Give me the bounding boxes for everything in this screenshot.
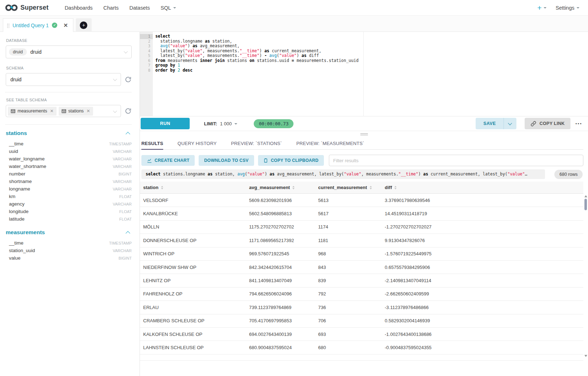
schema-column-row[interactable]: agencyVARCHAR (6, 200, 132, 208)
copy-to-clipboard-button[interactable]: COPY TO CLIPBOARD (258, 155, 324, 166)
schema-column-row[interactable]: longnameVARCHAR (6, 185, 132, 193)
superset-logo[interactable]: Superset (5, 4, 49, 12)
schema-column-row[interactable]: __timeTIMESTAMP (6, 140, 132, 148)
table-chip-measurements[interactable]: measurements ✕ (8, 107, 57, 116)
drag-handle-icon[interactable] (7, 23, 9, 28)
table-cell: 969.576071922545 (246, 251, 315, 256)
table-cell: 794.6626506024096 (246, 291, 315, 297)
schema-column-row[interactable]: water_longnameVARCHAR (6, 155, 132, 163)
limit-value: 1 000 (220, 121, 232, 126)
table-cell: 739.1123789764869 (246, 305, 315, 310)
more-actions-button[interactable]: ••• (574, 121, 583, 126)
results-tabs: RESULTS QUERY HISTORY PREVIEW: `STATIONS… (140, 138, 583, 150)
column-name: water_longname (9, 156, 45, 162)
nav-datasets[interactable]: Datasets (130, 5, 150, 11)
schema-column-row[interactable]: latitudeFLOAT (6, 215, 132, 223)
table-row[interactable]: NIEDERFINOW SHW OP842.34244206157048430.… (140, 261, 583, 274)
tab-results[interactable]: RESULTS (141, 138, 163, 150)
query-tab[interactable]: Untitled Query 1 ✓ ✕ (3, 18, 73, 32)
save-button[interactable]: SAVE (476, 118, 504, 129)
schema-collapse-measurements[interactable]: measurements (6, 229, 132, 236)
table-cell: NIEDERFINOW SHW OP (140, 265, 246, 270)
limit-dropdown[interactable]: LIMIT: 1 000 (204, 121, 237, 126)
remove-chip-icon[interactable]: ✕ (87, 109, 90, 114)
schema-column-row[interactable]: shortnameVARCHAR (6, 178, 132, 185)
sort-icon[interactable] (370, 186, 372, 189)
scroll-up-icon[interactable] (584, 195, 587, 197)
remove-chip-icon[interactable]: ✕ (50, 109, 54, 114)
table-body: VELSDORF5609.62309820193656133.376901798… (140, 194, 583, 355)
table-row[interactable]: LAHNSTEIN SCHLEUSE OP680.900483759502468… (140, 341, 583, 354)
editor-code[interactable]: select stations.longname as station, avg… (155, 34, 588, 73)
column-header-current_measurement[interactable]: current_measurement (315, 182, 382, 193)
schema-column-row[interactable]: uuidVARCHAR (6, 148, 132, 155)
save-dropdown-button[interactable] (504, 118, 516, 129)
add-tab-button[interactable]: + (80, 21, 87, 29)
query-preview-bar[interactable]: select stations.longname as station, avg… (141, 169, 545, 179)
schema-collapse-stations[interactable]: stations (6, 130, 132, 136)
table-cell: ERLAU (140, 305, 246, 310)
sort-icon[interactable] (394, 186, 397, 189)
schema-column-row[interactable]: valueBIGINT (6, 254, 132, 262)
schema-column-row[interactable]: longitudeFLOAT (6, 208, 132, 215)
table-row[interactable]: KANALBRÜCKE5602.548096885813561714.45190… (140, 207, 583, 220)
table-cell: 0.6575579384295906 (382, 265, 583, 270)
table-row[interactable]: LEHNITZ OP841.1409813407049839-2.1409813… (140, 274, 583, 287)
table-row[interactable]: WINTRICH OP969.576071922545968-1.5760719… (140, 247, 583, 261)
nav-sql[interactable]: SQL (161, 5, 176, 11)
schema-column-row[interactable]: station_uuidVARCHAR (6, 247, 132, 254)
schema-column-row[interactable]: kmFLOAT (6, 193, 132, 200)
column-name: number (9, 171, 25, 177)
vertical-scrollbar[interactable] (584, 194, 588, 358)
new-item-button[interactable]: + (537, 4, 546, 12)
filter-results-input[interactable] (329, 155, 583, 166)
nav-charts[interactable]: Charts (103, 5, 119, 11)
download-csv-button[interactable]: DOWNLOAD TO CSV (199, 155, 254, 166)
table-row[interactable]: ERLAU739.1123789764869736-3.112378976486… (140, 301, 583, 314)
pane-resize-handle[interactable] (140, 131, 588, 138)
column-header-avg_measurement[interactable]: avg_measurement (246, 182, 315, 193)
code-line: select (155, 34, 588, 39)
table-row[interactable]: DONNERSCHLEUSE OP1171.086956521739211819… (140, 234, 583, 247)
copy-link-button[interactable]: COPY LINK (525, 118, 570, 129)
close-tab-icon[interactable]: ✕ (63, 22, 68, 29)
refresh-tables-button[interactable] (125, 107, 132, 115)
column-name: longitude (9, 209, 29, 214)
schema-column-row[interactable]: numberBIGINT (6, 170, 132, 178)
settings-menu[interactable]: Settings (556, 5, 579, 11)
run-button[interactable]: RUN (141, 118, 190, 129)
column-header-station[interactable]: station (140, 182, 246, 193)
scroll-down-icon[interactable] (584, 355, 587, 357)
sql-editor[interactable]: 12345678 select stations.longname as sta… (140, 32, 588, 116)
create-chart-button[interactable]: CREATE CHART (141, 155, 195, 166)
scrollbar-thumb[interactable] (584, 199, 587, 210)
table-row[interactable]: KALKOFEN SCHLEUSE OP694.0027643400139693… (140, 328, 583, 341)
table-row[interactable]: CRAMBERG SCHLEUSE OP705.4170697995853706… (140, 314, 583, 328)
tab-preview-stations[interactable]: PREVIEW: `STATIONS` (231, 138, 282, 149)
refresh-schemas-button[interactable] (125, 76, 132, 83)
column-name: latitude (9, 216, 25, 222)
schema-column-row[interactable]: water_shortnameVARCHAR (6, 163, 132, 170)
table-row[interactable]: FAHRENHOLZ OP794.6626506024096792-2.6626… (140, 288, 583, 301)
column-header-diff[interactable]: diff (382, 182, 583, 193)
sort-icon[interactable] (292, 186, 295, 189)
editor-toolbar: RUN LIMIT: 1 000 00:00:00.73 SAVE COPY L… (140, 116, 588, 131)
sort-icon[interactable] (161, 186, 163, 189)
column-name: uuid (9, 149, 18, 154)
code-line: latest_by("value", measurements."__time"… (155, 49, 588, 54)
table-chip-stations[interactable]: stations ✕ (59, 107, 93, 116)
table-row[interactable]: MÖLLN1175.27027027027021174-1.2702702702… (140, 221, 583, 234)
query-timer-badge: 00:00:00.73 (254, 119, 293, 128)
line-number: 2 (140, 39, 153, 44)
table-row[interactable]: VELSDORF5609.62309820193656133.376901798… (140, 194, 583, 207)
schema-select[interactable]: druid (6, 73, 121, 86)
tab-preview-measurements[interactable]: PREVIEW: `MEASUREMENTS` (296, 138, 364, 149)
line-number: 1 (140, 34, 153, 39)
nav-dashboards[interactable]: Dashboards (65, 5, 93, 11)
schema-block-stations: stations __timeTIMESTAMPuuidVARCHARwater… (6, 130, 132, 223)
table-schema-select[interactable]: measurements ✕ stations ✕ (6, 105, 121, 117)
table-cell: -2.662650602409599 (382, 291, 583, 297)
schema-column-row[interactable]: __timeTIMESTAMP (6, 239, 132, 247)
database-select[interactable]: druid druid (6, 45, 132, 58)
tab-query-history[interactable]: QUERY HISTORY (178, 138, 217, 149)
